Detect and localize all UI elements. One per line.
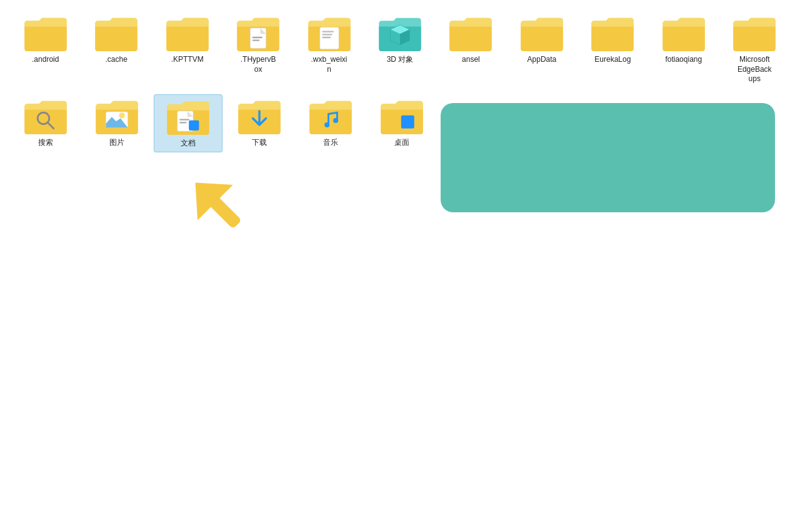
folder-kpttvm-label: .KPTTVM xyxy=(171,55,204,65)
folder-msedge-icon xyxy=(732,15,777,52)
folder-music[interactable]: 音乐 xyxy=(296,94,365,153)
folder-thypervbox-label: .THypervBox xyxy=(241,55,276,74)
folder-search[interactable]: 搜索 xyxy=(11,94,80,153)
folder-wxb-weixin-icon xyxy=(307,15,352,52)
folder-msedge-label: MicrosoftEdgeBackups xyxy=(738,55,772,84)
folder-android[interactable]: .android xyxy=(11,11,79,88)
folder-documents-label: 文档 xyxy=(181,139,196,149)
folder-eurekalog-icon xyxy=(590,15,635,52)
svg-rect-23 xyxy=(401,115,414,128)
folder-3dobject-label: 3D 对象 xyxy=(387,55,414,65)
folder-desktop-label: 桌面 xyxy=(394,138,409,148)
folder-eurekalog[interactable]: EurekaLog xyxy=(579,11,647,88)
folder-3dobject[interactable]: 3D 对象 xyxy=(366,11,434,88)
folder-fotiaoqiang-icon xyxy=(661,15,706,52)
folder-pictures-icon xyxy=(94,98,139,135)
folder-fotiaoqiang-label: fotiaoqiang xyxy=(665,55,702,65)
folder-kpttvm[interactable]: .KPTTVM xyxy=(153,11,221,88)
folder-android-label: .android xyxy=(32,55,59,65)
folder-appdata-label: AppData xyxy=(528,55,557,65)
folder-downloads-icon xyxy=(237,98,282,135)
folder-eurekalog-label: EurekaLog xyxy=(594,55,631,65)
svg-rect-4 xyxy=(322,31,334,32)
folder-desktop-icon xyxy=(379,98,424,135)
svg-point-21 xyxy=(324,122,329,127)
folder-music-icon xyxy=(308,98,353,135)
folder-cache-icon xyxy=(94,15,139,52)
folder-pictures[interactable]: 图片 xyxy=(82,94,151,153)
teal-highlight-box xyxy=(441,103,775,212)
folder-ansel[interactable]: ansel xyxy=(437,11,505,88)
svg-rect-19 xyxy=(189,120,199,130)
folder-ansel-label: ansel xyxy=(462,55,480,65)
svg-rect-17 xyxy=(179,119,189,120)
folder-music-label: 音乐 xyxy=(323,138,338,148)
folder-ansel-icon xyxy=(448,15,493,52)
svg-rect-1 xyxy=(252,37,262,38)
folder-appdata[interactable]: AppData xyxy=(508,11,576,88)
svg-rect-2 xyxy=(252,39,260,41)
folder-search-label: 搜索 xyxy=(38,138,53,148)
folder-appdata-icon xyxy=(519,15,564,52)
folder-fotiaoqiang[interactable]: fotiaoqiang xyxy=(649,11,718,88)
folder-msedge[interactable]: MicrosoftEdgeBackups xyxy=(721,11,789,88)
svg-rect-5 xyxy=(322,34,332,35)
folder-documents-icon xyxy=(166,99,211,136)
folder-desktop[interactable]: 桌面 xyxy=(368,94,436,153)
arrow-indicator xyxy=(184,169,259,250)
folder-documents[interactable]: 文档 xyxy=(154,94,222,153)
folder-pictures-label: 图片 xyxy=(109,138,124,148)
folder-thypervbox[interactable]: .THypervBox xyxy=(224,11,292,88)
svg-rect-6 xyxy=(322,37,331,38)
desktop: .android .cache .KPTTVM xyxy=(0,0,800,532)
folder-row-1: .android .cache .KPTTVM xyxy=(0,0,800,88)
folder-3dobject-icon xyxy=(378,15,422,52)
folder-android-icon xyxy=(23,15,68,52)
folder-thypervbox-icon xyxy=(236,15,281,52)
folder-downloads[interactable]: 下载 xyxy=(225,94,294,153)
svg-rect-18 xyxy=(179,122,187,123)
folder-cache[interactable]: .cache xyxy=(82,11,150,88)
folder-kpttvm-icon xyxy=(165,15,210,52)
folder-cache-label: .cache xyxy=(106,55,128,65)
folder-downloads-label: 下载 xyxy=(252,138,267,148)
folder-wxb-weixin[interactable]: .wxb_weixin xyxy=(295,11,363,88)
svg-point-22 xyxy=(333,118,338,123)
folder-wxb-weixin-label: .wxb_weixin xyxy=(311,55,348,74)
svg-point-15 xyxy=(119,112,124,118)
folder-search-icon xyxy=(23,98,68,135)
